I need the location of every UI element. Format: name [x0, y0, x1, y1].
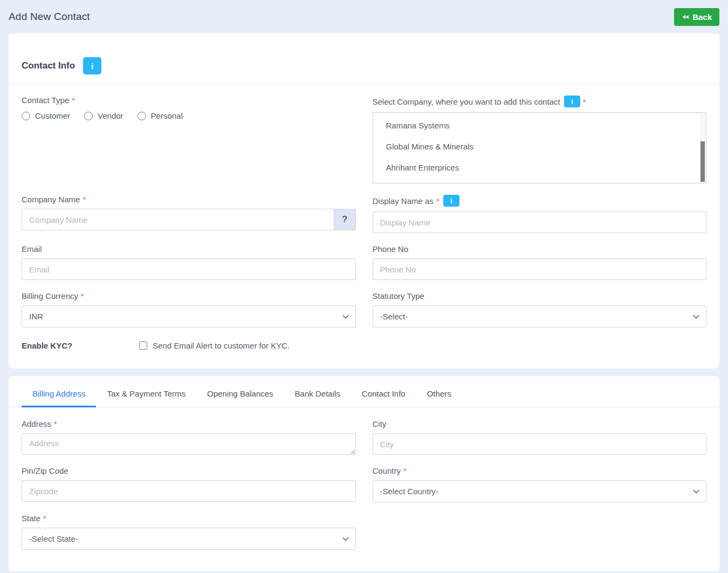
- info-icon[interactable]: i: [83, 57, 101, 74]
- statutory-type-select[interactable]: -Select-: [373, 305, 707, 328]
- kyc-row: Enable KYC? Send Email Alert to customer…: [22, 339, 356, 350]
- tab-others[interactable]: Others: [416, 384, 462, 407]
- state-field: State * -Select State-: [22, 514, 356, 550]
- listbox-scrollbar[interactable]: [700, 113, 705, 182]
- required-asterisk: *: [583, 97, 586, 106]
- vendor-radio[interactable]: [84, 112, 93, 120]
- email-label: Email: [22, 244, 356, 254]
- statutory-type-label: Statutory Type: [373, 291, 707, 301]
- address-textarea[interactable]: [22, 433, 356, 455]
- listbox-option[interactable]: Ramana Systems: [373, 113, 706, 136]
- listbox-option[interactable]: Global Mines & Minerals: [373, 136, 706, 157]
- select-company-field: Select Company, where you want to add th…: [373, 96, 707, 183]
- personal-radio[interactable]: [138, 112, 146, 120]
- info-icon[interactable]: i: [443, 195, 459, 207]
- required-asterisk: *: [436, 196, 439, 206]
- select-company-label: Select Company, where you want to add th…: [373, 96, 707, 107]
- country-label: Country *: [373, 466, 707, 475]
- contact-info-section-head: Contact Info i: [9, 33, 719, 85]
- radio-option-personal[interactable]: Personal: [138, 111, 183, 120]
- rewind-icon: [682, 13, 690, 21]
- tab-billing-address[interactable]: Billing Address: [22, 384, 96, 407]
- email-field: Email: [22, 244, 356, 280]
- billing-currency-field: Billing Currency * INR: [22, 291, 356, 328]
- contact-type-label: Contact Type *: [22, 96, 356, 105]
- info-icon[interactable]: i: [564, 96, 580, 107]
- kyc-checkbox-label: Send Email Alert to customer for KYC.: [153, 341, 290, 350]
- radio-option-customer[interactable]: Customer: [22, 111, 70, 120]
- company-listbox[interactable]: Ramana Systems Global Mines & Minerals A…: [373, 112, 707, 183]
- kyc-checkbox[interactable]: [139, 342, 147, 350]
- phone-label: Phone No: [373, 244, 707, 254]
- display-name-field: Display Name as * i: [373, 195, 707, 233]
- tab-bank-details[interactable]: Bank Details: [284, 384, 351, 407]
- enable-kyc-label: Enable KYC?: [22, 341, 139, 350]
- zipcode-input[interactable]: [22, 480, 356, 502]
- required-asterisk: *: [54, 419, 57, 428]
- display-name-input[interactable]: [373, 212, 707, 233]
- tab-tax-payment-terms[interactable]: Tax & Payment Terms: [96, 384, 196, 407]
- tab-opening-balances[interactable]: Opening Balances: [196, 384, 284, 407]
- country-field: Country * -Select Country-: [373, 466, 707, 502]
- zip-field: Pin/Zip Code: [22, 466, 356, 502]
- page-title: Add New Contact: [9, 11, 90, 23]
- address-card: Billing Address Tax & Payment Terms Open…: [9, 376, 719, 571]
- radio-label: Customer: [35, 111, 70, 120]
- company-name-label: Company Name *: [22, 195, 356, 204]
- required-asterisk: *: [72, 96, 75, 105]
- tab-contact-info[interactable]: Contact Info: [351, 384, 416, 407]
- customer-radio[interactable]: [22, 112, 30, 120]
- back-button-label: Back: [692, 12, 712, 22]
- company-name-field: Company Name * ?: [22, 195, 356, 233]
- contact-type-field: Contact Type * Customer Vendor Personal: [22, 96, 356, 183]
- kyc-email-alert-option[interactable]: Send Email Alert to customer for KYC.: [139, 341, 290, 350]
- billing-currency-label: Billing Currency *: [22, 291, 356, 301]
- city-field: City: [373, 419, 707, 455]
- address-label: Address *: [22, 419, 356, 428]
- listbox-option[interactable]: Ahrihant Enterprices: [373, 157, 706, 178]
- city-label: City: [373, 419, 707, 428]
- contact-type-radio-group: Customer Vendor Personal: [22, 110, 356, 120]
- section-title: Contact Info: [22, 60, 75, 71]
- back-button[interactable]: Back: [674, 8, 719, 26]
- top-bar: Add New Contact Back: [0, 0, 728, 33]
- required-asterisk: *: [43, 514, 46, 523]
- required-asterisk: *: [83, 195, 86, 204]
- required-asterisk: *: [403, 466, 407, 475]
- state-select[interactable]: -Select State-: [22, 528, 356, 550]
- radio-option-vendor[interactable]: Vendor: [84, 111, 123, 120]
- address-tab-bar: Billing Address Tax & Payment Terms Open…: [9, 376, 719, 407]
- company-name-input[interactable]: [22, 209, 334, 230]
- address-field: Address *: [22, 419, 356, 455]
- company-name-help-button[interactable]: ?: [334, 209, 356, 230]
- country-select[interactable]: -Select Country-: [373, 480, 707, 502]
- phone-input[interactable]: [373, 258, 707, 280]
- zip-label: Pin/Zip Code: [22, 466, 356, 475]
- scrollbar-thumb[interactable]: [700, 141, 705, 182]
- city-input[interactable]: [373, 433, 707, 455]
- contact-info-card: Contact Info i Contact Type * Customer: [9, 33, 719, 369]
- statutory-type-field: Statutory Type -Select-: [373, 291, 707, 328]
- phone-field: Phone No: [373, 244, 707, 280]
- radio-label: Vendor: [98, 111, 123, 120]
- state-label: State *: [22, 514, 356, 523]
- billing-currency-select[interactable]: INR: [22, 305, 356, 328]
- email-input[interactable]: [22, 258, 356, 280]
- radio-label: Personal: [151, 111, 183, 120]
- display-name-label: Display Name as * i: [373, 195, 707, 207]
- required-asterisk: *: [81, 291, 84, 301]
